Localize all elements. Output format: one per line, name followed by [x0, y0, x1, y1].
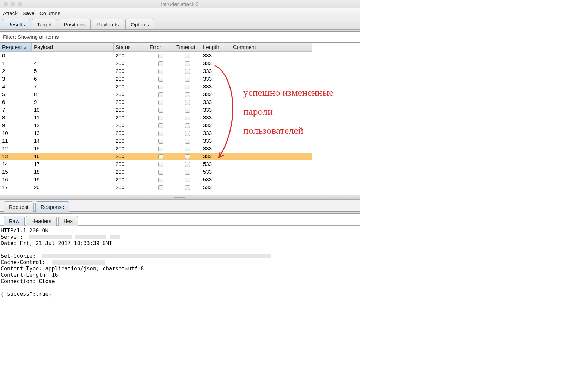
- column-header-comment[interactable]: Comment: [231, 43, 312, 52]
- column-header-length[interactable]: Length: [201, 43, 231, 52]
- cell-comment: [231, 83, 312, 91]
- tab-request[interactable]: Request: [4, 201, 34, 212]
- tab-positions[interactable]: Positions: [59, 19, 91, 29]
- error-checkbox: [158, 77, 163, 82]
- timeout-checkbox: [185, 147, 190, 151]
- cell-request: 14: [0, 160, 32, 168]
- timeout-checkbox: [185, 162, 190, 167]
- cell-length: 333: [201, 60, 231, 67]
- filter-bar[interactable]: Filter: Showing all items: [0, 32, 360, 42]
- cell-length: 333: [201, 145, 231, 153]
- error-checkbox: [158, 147, 163, 151]
- cell-payload: 17: [32, 160, 114, 168]
- cell-length: 333: [201, 67, 231, 75]
- cell-timeout: [174, 122, 201, 129]
- cell-status: 200: [114, 183, 147, 191]
- error-checkbox: [158, 154, 163, 159]
- cell-status: 200: [114, 91, 147, 98]
- tab-headers[interactable]: Headers: [26, 216, 57, 226]
- cell-error: [147, 160, 174, 168]
- results-table: Request▲PayloadStatusErrorTimeoutLengthC…: [0, 43, 360, 191]
- cell-comment: [231, 153, 312, 160]
- cell-error: [147, 98, 174, 106]
- cell-payload: 7: [32, 83, 114, 91]
- minimize-window-icon[interactable]: [11, 2, 15, 6]
- cell-payload: 12: [32, 122, 114, 129]
- view-tabs: RawHeadersHex: [0, 214, 360, 226]
- cell-timeout: [174, 60, 201, 67]
- cell-length: 333: [201, 153, 231, 160]
- response-line: Content-Length: 16: [1, 272, 359, 278]
- cell-payload: 15: [32, 145, 114, 153]
- menu-attack[interactable]: Attack: [3, 10, 18, 16]
- column-header-error[interactable]: Error: [147, 43, 174, 52]
- cell-status: 200: [114, 137, 147, 145]
- cell-comment: [231, 60, 312, 67]
- column-header-status[interactable]: Status: [114, 43, 147, 52]
- cell-payload: 16: [32, 153, 114, 160]
- response-line: {"success":true}: [1, 291, 359, 297]
- tab-response[interactable]: Response: [35, 201, 70, 212]
- timeout-checkbox: [185, 92, 190, 97]
- error-checkbox: [158, 108, 163, 113]
- error-checkbox: [158, 69, 163, 74]
- error-checkbox: [158, 178, 163, 182]
- error-checkbox: [158, 61, 163, 66]
- column-header-request[interactable]: Request▲: [0, 43, 32, 52]
- tab-raw[interactable]: Raw: [4, 216, 25, 226]
- tab-results[interactable]: Results: [2, 19, 30, 29]
- cell-request: 3: [0, 75, 32, 83]
- response-line: Cache-Control:: [1, 259, 359, 266]
- cell-timeout: [174, 153, 201, 160]
- cell-status: 200: [114, 67, 147, 75]
- column-header-timeout[interactable]: Timeout: [174, 43, 201, 52]
- response-line: Date: Fri, 21 Jul 2017 10:33:39 GMT: [1, 240, 359, 247]
- cell-timeout: [174, 168, 201, 176]
- menubar: AttackSaveColumns: [0, 8, 360, 18]
- cell-error: [147, 122, 174, 129]
- error-checkbox: [158, 100, 163, 105]
- response-line: HTTP/1.1 200 OK: [1, 228, 359, 234]
- cell-error: [147, 145, 174, 153]
- cell-timeout: [174, 83, 201, 91]
- zoom-window-icon[interactable]: [18, 2, 22, 6]
- cell-request: 4: [0, 83, 32, 91]
- cell-status: 200: [114, 153, 147, 160]
- response-body[interactable]: HTTP/1.1 200 OKServer: Date: Fri, 21 Jul…: [0, 226, 360, 299]
- timeout-checkbox: [185, 116, 190, 120]
- pane-splitter[interactable]: [0, 195, 360, 200]
- cell-request: 1: [0, 60, 32, 67]
- main-tabs: ResultsTargetPositionsPayloadsOptions: [0, 18, 360, 30]
- cell-timeout: [174, 98, 201, 106]
- timeout-checkbox: [185, 139, 190, 144]
- close-window-icon[interactable]: [4, 2, 8, 6]
- timeout-checkbox: [185, 131, 190, 136]
- cell-request: 10: [0, 129, 32, 137]
- cell-comment: [231, 168, 312, 176]
- cell-comment: [231, 160, 312, 168]
- cell-payload: 5: [32, 67, 114, 75]
- intruder-attack-window: Intruder attack 3 AttackSaveColumns Resu…: [0, 0, 360, 299]
- cell-comment: [231, 52, 312, 60]
- column-header-payload[interactable]: Payload: [32, 43, 114, 52]
- cell-length: 333: [201, 91, 231, 98]
- tab-hex[interactable]: Hex: [58, 216, 78, 226]
- sort-asc-icon: ▲: [23, 45, 27, 49]
- tab-options[interactable]: Options: [125, 19, 154, 29]
- menu-save[interactable]: Save: [23, 10, 35, 16]
- cell-status: 200: [114, 176, 147, 183]
- cell-length: 333: [201, 83, 231, 91]
- response-line: [1, 247, 359, 253]
- cell-status: 200: [114, 52, 147, 60]
- cell-timeout: [174, 106, 201, 114]
- cell-payload: 18: [32, 168, 114, 176]
- menu-columns[interactable]: Columns: [39, 10, 60, 16]
- redaction-block: [29, 235, 72, 239]
- cell-status: 200: [114, 98, 147, 106]
- timeout-checkbox: [185, 178, 190, 182]
- cell-request: 12: [0, 145, 32, 153]
- cell-payload: [32, 52, 114, 60]
- tab-payloads[interactable]: Payloads: [92, 19, 124, 29]
- tab-target[interactable]: Target: [32, 19, 57, 29]
- response-line: Set-Cookie:: [1, 253, 359, 259]
